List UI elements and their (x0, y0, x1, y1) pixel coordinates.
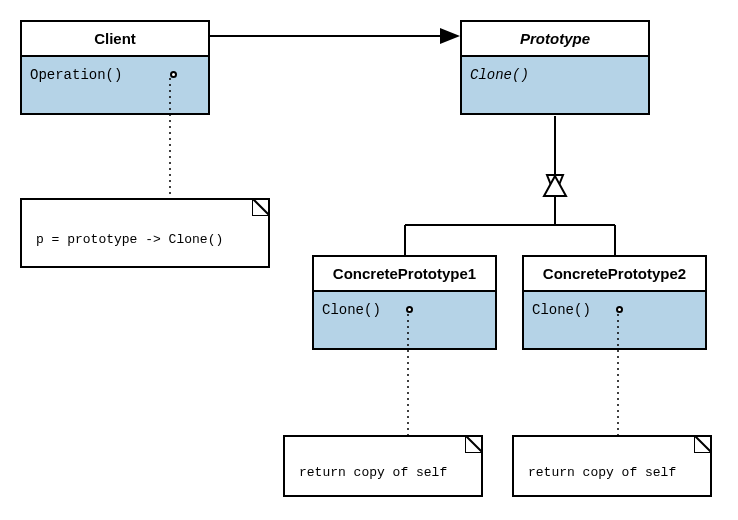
class-concrete2-body: Clone() (524, 292, 705, 348)
arrowhead-icon (440, 28, 460, 44)
annotation-circle-icon (406, 306, 413, 313)
svg-marker-0 (252, 198, 270, 216)
class-concrete2: ConcretePrototype2 Clone() (522, 255, 707, 350)
class-concrete1-name: ConcretePrototype1 (314, 257, 495, 292)
prototype-operation-label: Clone() (470, 67, 529, 83)
note-client: p = prototype -> Clone() (20, 198, 270, 268)
concrete1-operation-label: Clone() (322, 302, 381, 318)
note-concrete1: return copy of self (283, 435, 483, 497)
concrete2-operation-label: Clone() (532, 302, 591, 318)
client-operation-label: Operation() (30, 67, 122, 83)
class-concrete1-body: Clone() (314, 292, 495, 348)
class-concrete2-name: ConcretePrototype2 (524, 257, 705, 292)
note-client-text: p = prototype -> Clone() (36, 232, 223, 247)
note-concrete1-text: return copy of self (299, 465, 447, 480)
svg-marker-2 (694, 435, 712, 453)
note-fold-icon (252, 198, 270, 216)
note-concrete2: return copy of self (512, 435, 712, 497)
class-client-name: Client (22, 22, 208, 57)
svg-marker-1 (465, 435, 483, 453)
annotation-circle-icon (616, 306, 623, 313)
class-prototype-name: Prototype (462, 22, 648, 57)
annotation-circle-icon (170, 71, 177, 78)
hollow-triangle-icon (544, 176, 566, 196)
generalization-triangle-icon (547, 175, 563, 195)
class-client: Client Operation() (20, 20, 210, 115)
class-prototype: Prototype Clone() (460, 20, 650, 115)
class-concrete1: ConcretePrototype1 Clone() (312, 255, 497, 350)
class-client-body: Operation() (22, 57, 208, 113)
note-fold-icon (465, 435, 483, 453)
note-fold-icon (694, 435, 712, 453)
class-prototype-body: Clone() (462, 57, 648, 113)
note-concrete2-text: return copy of self (528, 465, 676, 480)
